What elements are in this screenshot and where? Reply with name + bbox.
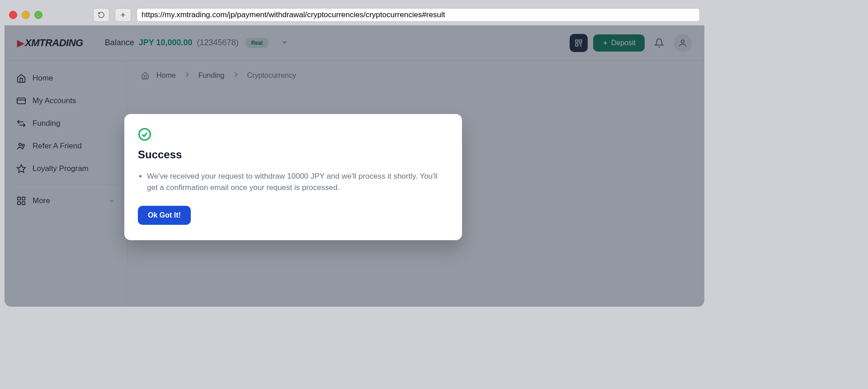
browser-chrome: https://my.xmtrading.com/jp/payment/with…	[0, 0, 709, 25]
new-tab-button[interactable]	[115, 8, 131, 22]
modal-message: We've received your request to withdraw …	[147, 171, 448, 193]
success-icon	[138, 128, 151, 141]
traffic-lights	[9, 11, 42, 19]
ok-got-it-button[interactable]: Ok Got It!	[138, 206, 191, 225]
success-modal: Success We've received your request to w…	[124, 114, 462, 240]
window-close-button[interactable]	[9, 11, 17, 19]
svg-point-13	[139, 129, 151, 140]
reload-button[interactable]	[93, 8, 109, 22]
window-maximize-button[interactable]	[34, 11, 42, 19]
modal-body: We've received your request to withdraw …	[138, 171, 448, 193]
url-text: https://my.xmtrading.com/jp/payment/with…	[142, 10, 445, 19]
modal-title: Success	[138, 148, 448, 161]
window-minimize-button[interactable]	[22, 11, 30, 19]
url-bar[interactable]: https://my.xmtrading.com/jp/payment/with…	[137, 8, 700, 22]
